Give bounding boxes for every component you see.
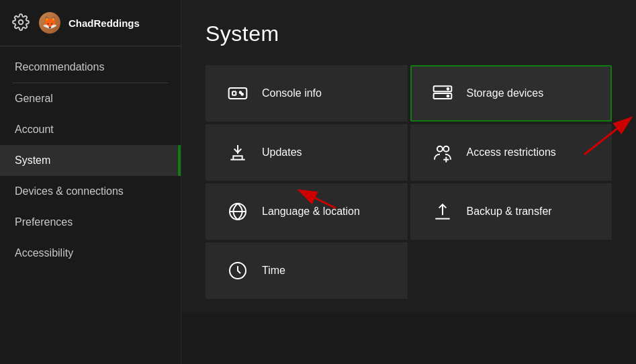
sidebar-item-account[interactable]: Account: [0, 114, 181, 145]
svg-point-8: [241, 93, 243, 95]
sidebar-item-accessibility[interactable]: Accessibility: [0, 238, 181, 269]
console-info-label: Console info: [262, 87, 322, 99]
storage-icon: [430, 81, 455, 105]
svg-point-16: [443, 146, 449, 152]
grid-item-time[interactable]: Time: [206, 242, 408, 299]
svg-point-11: [447, 88, 449, 90]
sidebar-nav: Recommendations General Account System D…: [0, 52, 181, 364]
page-title: System: [206, 21, 612, 46]
backup-transfer-label: Backup & transfer: [467, 206, 552, 218]
sidebar-username: ChadReddings: [69, 17, 140, 29]
sidebar-item-devices-connections[interactable]: Devices & connections: [0, 176, 181, 207]
sidebar-profile[interactable]: 🦊 ChadReddings: [0, 0, 181, 43]
sidebar-item-preferences[interactable]: Preferences: [0, 207, 181, 238]
svg-point-0: [19, 20, 24, 25]
svg-rect-1: [229, 88, 247, 99]
storage-devices-label: Storage devices: [467, 87, 544, 99]
updates-icon: [226, 140, 250, 165]
svg-point-15: [437, 146, 443, 152]
svg-point-7: [240, 91, 242, 93]
avatar: 🦊: [39, 12, 60, 34]
time-icon: [226, 259, 250, 283]
grid-item-language-location[interactable]: Language & location: [206, 183, 408, 240]
grid-item-backup-transfer[interactable]: Backup & transfer: [410, 183, 612, 240]
main-content: System Console info: [181, 0, 636, 312]
backup-icon: [430, 199, 455, 224]
access-restrictions-label: Access restrictions: [467, 146, 556, 158]
updates-label: Updates: [262, 146, 302, 158]
console-icon: [226, 81, 250, 105]
time-label: Time: [262, 265, 285, 277]
sidebar: 🦊 ChadReddings Recommendations General A…: [0, 0, 181, 364]
main-wrapper: System Console info: [181, 0, 636, 364]
sidebar-divider: [0, 46, 181, 46]
grid-item-console-info[interactable]: Console info: [206, 65, 408, 122]
grid-item-updates[interactable]: Updates: [206, 124, 408, 181]
globe-icon: [226, 199, 250, 224]
access-icon: [430, 140, 455, 165]
sidebar-item-general[interactable]: General: [0, 83, 181, 114]
grid-item-storage-devices[interactable]: Storage devices: [410, 65, 612, 122]
sidebar-item-system[interactable]: System: [0, 145, 181, 176]
grid-item-access-restrictions[interactable]: Access restrictions: [410, 124, 612, 181]
language-location-label: Language & location: [262, 206, 360, 218]
sidebar-item-recommendations[interactable]: Recommendations: [0, 52, 181, 83]
svg-point-12: [447, 95, 449, 97]
gear-icon: [12, 13, 31, 32]
system-grid: Console info Storage devices: [206, 65, 612, 299]
